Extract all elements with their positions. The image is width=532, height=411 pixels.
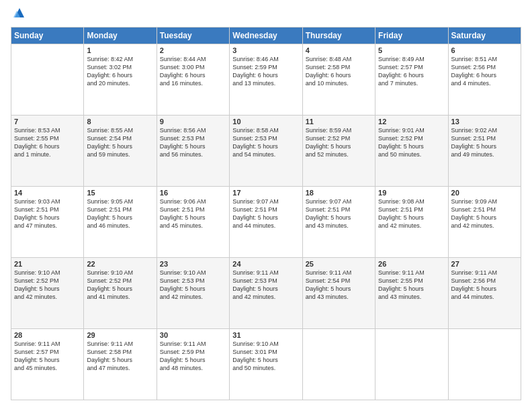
- day-info: Sunrise: 8:53 AM Sunset: 2:55 PM Dayligh…: [14, 126, 81, 159]
- day-info: Sunrise: 9:10 AM Sunset: 2:52 PM Dayligh…: [14, 269, 81, 302]
- calendar-cell: 12Sunrise: 9:01 AM Sunset: 2:52 PM Dayli…: [375, 116, 448, 187]
- calendar-cell: 25Sunrise: 9:11 AM Sunset: 2:54 PM Dayli…: [302, 258, 375, 329]
- day-info: Sunrise: 8:46 AM Sunset: 2:59 PM Dayligh…: [232, 55, 299, 88]
- day-info: Sunrise: 9:11 AM Sunset: 2:56 PM Dayligh…: [451, 269, 518, 302]
- day-info: Sunrise: 9:01 AM Sunset: 2:52 PM Dayligh…: [378, 126, 445, 159]
- calendar-cell: 28Sunrise: 9:11 AM Sunset: 2:57 PM Dayli…: [11, 329, 84, 400]
- day-info: Sunrise: 9:11 AM Sunset: 2:58 PM Dayligh…: [87, 340, 153, 373]
- logo: [11, 11, 27, 20]
- calendar-cell: 3Sunrise: 8:46 AM Sunset: 2:59 PM Daylig…: [230, 44, 302, 116]
- calendar-cell: [11, 44, 84, 116]
- day-number: 23: [160, 260, 226, 268]
- day-number: 26: [378, 260, 445, 268]
- day-info: Sunrise: 9:06 AM Sunset: 2:51 PM Dayligh…: [160, 197, 226, 230]
- weekday-friday: Friday: [375, 28, 448, 44]
- day-number: 27: [451, 260, 518, 268]
- calendar-table: SundayMondayTuesdayWednesdayThursdayFrid…: [11, 27, 521, 400]
- calendar-cell: 27Sunrise: 9:11 AM Sunset: 2:56 PM Dayli…: [448, 258, 521, 329]
- day-number: 17: [232, 189, 299, 197]
- day-number: 11: [306, 118, 372, 126]
- weekday-monday: Monday: [84, 28, 157, 44]
- calendar-cell: 7Sunrise: 8:53 AM Sunset: 2:55 PM Daylig…: [11, 116, 84, 187]
- calendar-cell: 17Sunrise: 9:07 AM Sunset: 2:51 PM Dayli…: [230, 187, 302, 258]
- day-info: Sunrise: 9:08 AM Sunset: 2:51 PM Dayligh…: [378, 197, 445, 230]
- day-info: Sunrise: 9:11 AM Sunset: 2:55 PM Dayligh…: [378, 269, 445, 302]
- calendar-body: 1Sunrise: 8:42 AM Sunset: 3:02 PM Daylig…: [11, 44, 521, 400]
- day-info: Sunrise: 8:49 AM Sunset: 2:57 PM Dayligh…: [378, 55, 445, 88]
- calendar-cell: 11Sunrise: 8:59 AM Sunset: 2:52 PM Dayli…: [302, 116, 375, 187]
- day-info: Sunrise: 9:11 AM Sunset: 2:54 PM Dayligh…: [306, 269, 372, 302]
- calendar-cell: 15Sunrise: 9:05 AM Sunset: 2:51 PM Dayli…: [84, 187, 157, 258]
- day-number: 18: [306, 189, 372, 197]
- day-info: Sunrise: 9:07 AM Sunset: 2:51 PM Dayligh…: [232, 197, 299, 230]
- calendar-week-1: 1Sunrise: 8:42 AM Sunset: 3:02 PM Daylig…: [11, 44, 521, 116]
- day-number: 31: [232, 331, 299, 339]
- day-info: Sunrise: 9:10 AM Sunset: 2:53 PM Dayligh…: [160, 269, 226, 302]
- calendar-cell: 6Sunrise: 8:51 AM Sunset: 2:56 PM Daylig…: [448, 44, 521, 116]
- day-number: 13: [451, 118, 518, 126]
- calendar-cell: 9Sunrise: 8:56 AM Sunset: 2:53 PM Daylig…: [157, 116, 229, 187]
- weekday-sunday: Sunday: [11, 28, 84, 44]
- day-number: 29: [87, 331, 153, 339]
- calendar-cell: 14Sunrise: 9:03 AM Sunset: 2:51 PM Dayli…: [11, 187, 84, 258]
- calendar-cell: [375, 329, 448, 400]
- day-number: 14: [14, 189, 81, 197]
- calendar-cell: 8Sunrise: 8:55 AM Sunset: 2:54 PM Daylig…: [84, 116, 157, 187]
- day-info: Sunrise: 9:07 AM Sunset: 2:51 PM Dayligh…: [306, 197, 372, 230]
- day-info: Sunrise: 9:10 AM Sunset: 2:52 PM Dayligh…: [87, 269, 153, 302]
- day-number: 15: [87, 189, 153, 197]
- day-number: 3: [232, 46, 299, 54]
- day-number: 5: [378, 46, 445, 54]
- calendar-cell: 19Sunrise: 9:08 AM Sunset: 2:51 PM Dayli…: [375, 187, 448, 258]
- day-info: Sunrise: 8:58 AM Sunset: 2:53 PM Dayligh…: [232, 126, 299, 159]
- calendar-cell: 16Sunrise: 9:06 AM Sunset: 2:51 PM Dayli…: [157, 187, 229, 258]
- calendar-cell: 21Sunrise: 9:10 AM Sunset: 2:52 PM Dayli…: [11, 258, 84, 329]
- day-info: Sunrise: 8:56 AM Sunset: 2:53 PM Dayligh…: [160, 126, 226, 159]
- calendar-cell: 30Sunrise: 9:11 AM Sunset: 2:59 PM Dayli…: [157, 329, 229, 400]
- day-info: Sunrise: 8:59 AM Sunset: 2:52 PM Dayligh…: [306, 126, 372, 159]
- calendar-week-5: 28Sunrise: 9:11 AM Sunset: 2:57 PM Dayli…: [11, 329, 521, 400]
- day-info: Sunrise: 8:55 AM Sunset: 2:54 PM Dayligh…: [87, 126, 153, 159]
- day-info: Sunrise: 9:11 AM Sunset: 2:53 PM Dayligh…: [232, 269, 299, 302]
- calendar-cell: 26Sunrise: 9:11 AM Sunset: 2:55 PM Dayli…: [375, 258, 448, 329]
- calendar-cell: 22Sunrise: 9:10 AM Sunset: 2:52 PM Dayli…: [84, 258, 157, 329]
- calendar-week-3: 14Sunrise: 9:03 AM Sunset: 2:51 PM Dayli…: [11, 187, 521, 258]
- calendar-cell: 20Sunrise: 9:09 AM Sunset: 2:51 PM Dayli…: [448, 187, 521, 258]
- day-number: 25: [306, 260, 372, 268]
- day-number: 19: [378, 189, 445, 197]
- weekday-thursday: Thursday: [302, 28, 375, 44]
- day-info: Sunrise: 9:02 AM Sunset: 2:51 PM Dayligh…: [451, 126, 518, 159]
- day-info: Sunrise: 9:09 AM Sunset: 2:51 PM Dayligh…: [451, 197, 518, 230]
- day-number: 20: [451, 189, 518, 197]
- calendar-cell: 29Sunrise: 9:11 AM Sunset: 2:58 PM Dayli…: [84, 329, 157, 400]
- day-number: 8: [87, 118, 153, 126]
- day-number: 6: [451, 46, 518, 54]
- day-number: 16: [160, 189, 226, 197]
- calendar-cell: [302, 329, 375, 400]
- day-number: 22: [87, 260, 153, 268]
- day-info: Sunrise: 8:42 AM Sunset: 3:02 PM Dayligh…: [87, 55, 153, 88]
- day-number: 21: [14, 260, 81, 268]
- calendar-cell: 23Sunrise: 9:10 AM Sunset: 2:53 PM Dayli…: [157, 258, 229, 329]
- day-number: 10: [232, 118, 299, 126]
- day-info: Sunrise: 9:05 AM Sunset: 2:51 PM Dayligh…: [87, 197, 153, 230]
- day-info: Sunrise: 9:11 AM Sunset: 2:59 PM Dayligh…: [160, 340, 226, 373]
- day-info: Sunrise: 8:51 AM Sunset: 2:56 PM Dayligh…: [451, 55, 518, 88]
- day-number: 24: [232, 260, 299, 268]
- page-header: [11, 11, 521, 20]
- calendar-week-2: 7Sunrise: 8:53 AM Sunset: 2:55 PM Daylig…: [11, 116, 521, 187]
- day-number: 28: [14, 331, 81, 339]
- calendar-cell: 4Sunrise: 8:48 AM Sunset: 2:58 PM Daylig…: [302, 44, 375, 116]
- calendar-cell: 24Sunrise: 9:11 AM Sunset: 2:53 PM Dayli…: [230, 258, 302, 329]
- calendar-week-4: 21Sunrise: 9:10 AM Sunset: 2:52 PM Dayli…: [11, 258, 521, 329]
- day-number: 12: [378, 118, 445, 126]
- calendar-cell: 10Sunrise: 8:58 AM Sunset: 2:53 PM Dayli…: [230, 116, 302, 187]
- day-info: Sunrise: 9:11 AM Sunset: 2:57 PM Dayligh…: [14, 340, 81, 373]
- calendar-cell: 1Sunrise: 8:42 AM Sunset: 3:02 PM Daylig…: [84, 44, 157, 116]
- weekday-tuesday: Tuesday: [157, 28, 229, 44]
- day-info: Sunrise: 9:03 AM Sunset: 2:51 PM Dayligh…: [14, 197, 81, 230]
- calendar-cell: 5Sunrise: 8:49 AM Sunset: 2:57 PM Daylig…: [375, 44, 448, 116]
- day-number: 4: [306, 46, 372, 54]
- calendar-cell: 13Sunrise: 9:02 AM Sunset: 2:51 PM Dayli…: [448, 116, 521, 187]
- calendar-cell: [448, 329, 521, 400]
